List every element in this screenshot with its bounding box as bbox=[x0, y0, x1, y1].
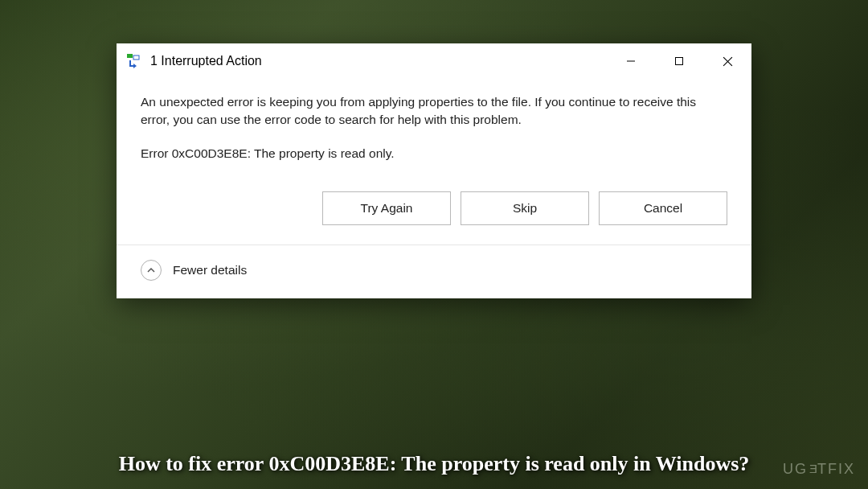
skip-button[interactable]: Skip bbox=[461, 191, 589, 225]
error-code-line: Error 0xC00D3E8E: The property is read o… bbox=[141, 146, 727, 161]
cancel-button[interactable]: Cancel bbox=[599, 191, 727, 225]
minimize-button[interactable] bbox=[607, 43, 655, 79]
watermark: UGETFIX bbox=[783, 461, 855, 478]
maximize-button[interactable] bbox=[655, 43, 703, 79]
article-caption: How to fix error 0xC00D3E8E: The propert… bbox=[0, 452, 868, 476]
close-button[interactable] bbox=[703, 43, 751, 79]
titlebar: 1 Interrupted Action bbox=[117, 43, 751, 79]
svg-rect-0 bbox=[127, 54, 133, 58]
chevron-up-icon bbox=[141, 260, 162, 281]
details-toggle[interactable]: Fewer details bbox=[117, 245, 751, 298]
svg-rect-3 bbox=[676, 58, 683, 65]
dialog-content: An unexpected error is keeping you from … bbox=[117, 79, 751, 191]
dialog-title: 1 Interrupted Action bbox=[150, 54, 607, 68]
error-dialog: 1 Interrupted Action An unexpected error… bbox=[117, 43, 751, 298]
dialog-buttons: Try Again Skip Cancel bbox=[117, 191, 751, 244]
window-controls bbox=[607, 43, 751, 78]
details-toggle-label: Fewer details bbox=[173, 263, 247, 277]
app-icon bbox=[126, 53, 142, 69]
try-again-button[interactable]: Try Again bbox=[322, 191, 451, 225]
error-message: An unexpected error is keeping you from … bbox=[141, 93, 727, 129]
svg-rect-1 bbox=[133, 55, 139, 60]
